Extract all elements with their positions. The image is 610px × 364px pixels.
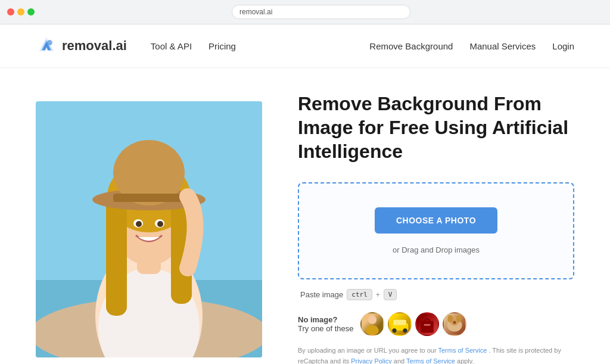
svg-point-30	[453, 321, 456, 324]
svg-rect-24	[421, 321, 434, 333]
plus-icon: +	[376, 291, 380, 299]
header: removal.ai Tool & API Pricing Remove Bac…	[0, 24, 610, 68]
minimize-dot[interactable]	[17, 8, 24, 15]
sample-thumb-bag[interactable]	[415, 312, 439, 336]
nav-item-tool-api[interactable]: Tool & API	[151, 41, 192, 51]
v-key: V	[384, 289, 397, 300]
nav-item-pricing[interactable]: Pricing	[208, 41, 236, 51]
logo-icon	[36, 35, 57, 57]
hero-content: Remove Background From Image for Free Us…	[298, 92, 574, 364]
svg-point-16	[136, 221, 142, 227]
paste-label: Paste image	[300, 290, 343, 299]
main-content: Remove Background From Image for Free Us…	[0, 68, 610, 364]
sample-thumb-car[interactable]	[388, 312, 412, 336]
svg-rect-21	[394, 320, 407, 325]
svg-point-18	[368, 316, 376, 324]
svg-point-28	[448, 315, 453, 323]
address-bar[interactable]: removal.ai	[232, 5, 410, 19]
ctrl-key: ctrl	[347, 289, 372, 300]
try-one-text: Try one of these	[298, 324, 353, 333]
svg-point-22	[393, 328, 397, 332]
svg-rect-13	[113, 194, 185, 202]
upload-area[interactable]: CHOOSE A PHOTO or Drag and Drop images	[298, 182, 574, 279]
nav-left: Tool & API Pricing	[151, 41, 236, 51]
choose-photo-button[interactable]: CHOOSE A PHOTO	[375, 207, 497, 234]
logo-text: removal.ai	[62, 38, 127, 54]
nav-item-login[interactable]: Login	[552, 41, 574, 51]
no-image-text: No image?	[298, 315, 353, 324]
hero-title: Remove Background From Image for Free Us…	[298, 92, 574, 163]
sample-label: No image? Try one of these	[298, 315, 353, 333]
browser-dots	[7, 8, 35, 15]
privacy-policy-link[interactable]: Privacy Policy	[351, 357, 391, 364]
svg-point-0	[47, 40, 52, 45]
hero-photo	[36, 101, 262, 357]
nav-item-remove-background[interactable]: Remove Background	[369, 41, 453, 51]
drag-drop-text: or Drag and Drop images	[311, 245, 561, 254]
nav-item-manual-services[interactable]: Manual Services	[469, 41, 536, 51]
svg-point-19	[366, 325, 379, 335]
browser-chrome: removal.ai	[0, 0, 610, 24]
hero-image-container	[36, 101, 262, 357]
paste-area: Paste image ctrl + V	[298, 289, 574, 300]
terms-of-service-link-2[interactable]: Terms of Service	[406, 357, 455, 364]
svg-point-29	[456, 315, 462, 323]
logo[interactable]: removal.ai	[36, 35, 127, 57]
nav-right: Remove Background Manual Services Login	[369, 41, 574, 51]
header-left: removal.ai Tool & API Pricing	[36, 35, 236, 57]
svg-point-17	[157, 221, 163, 227]
svg-point-23	[403, 328, 407, 332]
sample-thumb-dog[interactable]	[443, 312, 466, 336]
maximize-dot[interactable]	[27, 8, 35, 15]
sample-images	[360, 312, 466, 336]
close-dot[interactable]	[7, 8, 14, 15]
svg-rect-25	[424, 324, 431, 326]
sample-section: No image? Try one of these	[298, 312, 574, 336]
sample-thumb-person[interactable]	[360, 312, 384, 336]
terms-of-service-link-1[interactable]: Terms of Service	[438, 347, 487, 354]
terms-text: By uploading an image or URL you agree t…	[298, 346, 574, 364]
svg-rect-9	[106, 197, 127, 316]
